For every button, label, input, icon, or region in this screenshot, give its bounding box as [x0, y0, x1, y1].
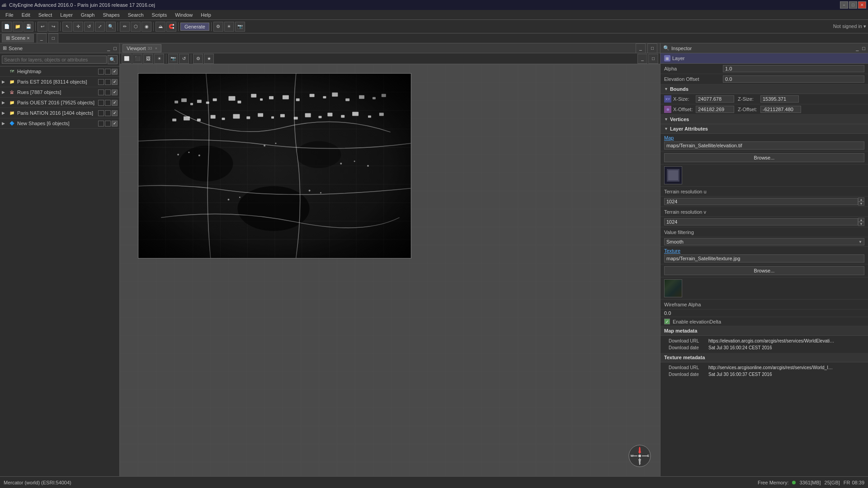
- layer-cb3-paris-nation[interactable]: ✓: [112, 110, 118, 116]
- list-item[interactable]: ▶ 🔷 New Shapes [6 objects] ✓: [0, 118, 119, 129]
- xsize-input[interactable]: [696, 95, 734, 103]
- draw-tool[interactable]: ✏: [120, 22, 130, 32]
- redo-button[interactable]: ↪: [48, 22, 58, 32]
- inspector-maximize-icon[interactable]: □: [862, 46, 865, 51]
- undo-button[interactable]: ↩: [38, 22, 47, 32]
- menu-file[interactable]: File: [2, 11, 17, 19]
- viewport-tab[interactable]: Viewport 33 ×: [123, 44, 161, 52]
- bounds-section-header[interactable]: ▼ Bounds: [660, 84, 868, 94]
- terrain-res-v-spin-up[interactable]: ▲: [858, 218, 864, 222]
- vp-solid-btn[interactable]: ⬛: [132, 54, 142, 64]
- layer-cb2-new-shapes[interactable]: [105, 121, 111, 127]
- menu-scripts[interactable]: Scripts: [148, 11, 171, 19]
- list-item[interactable]: ▶ 📁 Paris OUEST 2016 [79525 objects] ✓: [0, 98, 119, 108]
- layer-cb3-heightmap[interactable]: ✓: [112, 69, 118, 75]
- layer-cb2-paris-est[interactable]: [105, 79, 111, 85]
- vp-camera-btn[interactable]: 📷: [168, 54, 178, 64]
- menu-graph[interactable]: Graph: [77, 11, 99, 19]
- list-item[interactable]: ▶ 📁 Paris EST 2016 [83114 objects] ✓: [0, 77, 119, 87]
- menu-window[interactable]: Window: [171, 11, 196, 19]
- map-link[interactable]: Map: [664, 135, 864, 141]
- inspector-minimize-icon[interactable]: _: [856, 46, 859, 51]
- minimize-panel[interactable]: _: [37, 33, 47, 43]
- vp-orbit-btn[interactable]: ↺: [179, 54, 189, 64]
- viewport-close-icon[interactable]: ×: [155, 46, 157, 51]
- layer-cb2-paris-nation[interactable]: [105, 110, 111, 116]
- layer-cb1-heightmap[interactable]: [98, 69, 104, 75]
- camera-button[interactable]: 📷: [235, 22, 245, 32]
- menu-layer[interactable]: Layer: [57, 11, 76, 19]
- move-tool[interactable]: ✛: [73, 22, 83, 32]
- terrain-res-v-input[interactable]: [664, 218, 858, 225]
- open-button[interactable]: 📁: [13, 22, 23, 32]
- layer-cb2-heightmap[interactable]: [105, 69, 111, 75]
- vp-light-btn[interactable]: ☀: [154, 54, 164, 64]
- layer-cb1-rues[interactable]: [98, 89, 104, 95]
- scene-search-button[interactable]: 🔍: [108, 55, 118, 64]
- maximize-button[interactable]: □: [849, 1, 857, 9]
- vp-wireframe-btn[interactable]: ⬜: [122, 54, 132, 64]
- select-tool[interactable]: ↖: [62, 22, 72, 32]
- layer-tab[interactable]: ▦ Layer: [660, 53, 868, 64]
- vp-texture-btn[interactable]: 🖼: [143, 54, 153, 64]
- layer-cb2-paris-ouest[interactable]: [105, 100, 111, 106]
- minimize-button[interactable]: −: [840, 1, 848, 9]
- save-button[interactable]: 💾: [24, 22, 33, 32]
- close-button[interactable]: ✕: [858, 1, 866, 9]
- texture-browse-button[interactable]: Browse...: [664, 266, 864, 275]
- layer-attributes-section-header[interactable]: ▼ Layer Attributes: [660, 124, 868, 134]
- menu-shapes[interactable]: Shapes: [99, 11, 123, 19]
- map-browse-button[interactable]: Browse...: [664, 153, 864, 162]
- vertices-section-header[interactable]: ▼ Vertices: [660, 115, 868, 124]
- not-signed-in[interactable]: Not signed in ▾: [833, 23, 866, 29]
- snap-tool[interactable]: 🧲: [166, 22, 176, 32]
- zoffset-input[interactable]: [760, 106, 801, 113]
- vp-star-btn[interactable]: ★: [204, 54, 214, 64]
- vp-panel-min[interactable]: _: [637, 54, 647, 64]
- terrain-tool[interactable]: ⛰: [156, 22, 165, 32]
- maximize-panel[interactable]: □: [48, 33, 58, 43]
- new-button[interactable]: 📄: [2, 22, 12, 32]
- list-item[interactable]: 🗺 Heightmap ✓: [0, 66, 119, 77]
- shape-tool[interactable]: ⬡: [131, 22, 141, 32]
- menu-select[interactable]: Select: [35, 11, 56, 19]
- layer-cb1-new-shapes[interactable]: [98, 121, 104, 127]
- terrain-res-u-spin-up[interactable]: ▲: [858, 197, 864, 202]
- node-tool[interactable]: ◉: [142, 22, 151, 32]
- scene-maximize-icon[interactable]: □: [113, 46, 117, 51]
- generate-button[interactable]: Generate: [180, 23, 209, 31]
- zoom-tool[interactable]: 🔍: [106, 22, 116, 32]
- elevation-offset-input[interactable]: [723, 75, 864, 83]
- light-button[interactable]: ☀: [224, 22, 234, 32]
- scene-search-input[interactable]: [2, 56, 107, 64]
- viewport-minimize[interactable]: _: [636, 43, 646, 53]
- menu-help[interactable]: Help: [197, 11, 215, 19]
- list-item[interactable]: ▶ 🛣 Rues [7887 objects] ✓: [0, 87, 119, 98]
- menu-search[interactable]: Search: [124, 11, 147, 19]
- layer-cb1-paris-est[interactable]: [98, 79, 104, 85]
- texture-link[interactable]: Texture: [664, 248, 864, 253]
- terrain-res-u-input[interactable]: [664, 198, 858, 205]
- rotate-tool[interactable]: ↺: [84, 22, 94, 32]
- layer-cb3-paris-ouest[interactable]: ✓: [112, 100, 118, 106]
- texture-metadata-header[interactable]: Texture metadata: [660, 353, 868, 362]
- vp-panel-max[interactable]: □: [648, 54, 658, 64]
- map-metadata-header[interactable]: Map metadata: [660, 326, 868, 336]
- menu-edit[interactable]: Edit: [18, 11, 34, 19]
- scene-tab[interactable]: ⊞ Scene ×: [2, 34, 34, 42]
- value-filtering-select[interactable]: Smooth ▼: [664, 238, 864, 245]
- layer-cb3-new-shapes[interactable]: ✓: [112, 121, 118, 127]
- terrain-res-u-spin-down[interactable]: ▼: [858, 202, 864, 206]
- layer-cb1-paris-ouest[interactable]: [98, 100, 104, 106]
- viewport-maximize[interactable]: □: [647, 43, 657, 53]
- vp-settings-btn[interactable]: ⚙: [193, 54, 203, 64]
- layer-cb2-rues[interactable]: [105, 89, 111, 95]
- terrain-res-v-spin-down[interactable]: ▼: [858, 222, 864, 226]
- viewport-content[interactable]: S N W E: [120, 64, 660, 476]
- layer-cb3-rues[interactable]: ✓: [112, 89, 118, 95]
- enable-elevation-checkbox[interactable]: ✓: [664, 319, 670, 324]
- scene-minimize-icon[interactable]: _: [107, 46, 110, 51]
- xoffset-input[interactable]: [696, 106, 734, 113]
- scale-tool[interactable]: ⤢: [95, 22, 105, 32]
- zsize-input[interactable]: [760, 95, 799, 103]
